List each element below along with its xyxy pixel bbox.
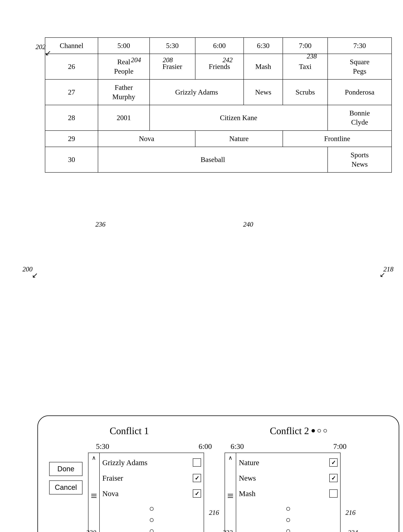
item-grizzly-adams: Grizzly Adams [102, 458, 147, 467]
list-item: Nature ✓ [239, 455, 338, 470]
table-row: 30 Baseball SportsNews [45, 147, 392, 172]
conflict1-more-dots [102, 501, 201, 532]
cancel-button[interactable]: Cancel [49, 481, 83, 494]
conflict1-time-end: 6:00 [199, 442, 212, 451]
item-mash: Mash [239, 489, 255, 498]
table-row: 27 FatherMurphy Grizzly Adams News Scrub… [45, 79, 392, 105]
col-500: 5:00 [98, 38, 150, 54]
conflict2-time-start: 6:30 [231, 442, 244, 451]
ref-236: 236 [95, 220, 105, 228]
conflict1-header: Conflict 1 [110, 425, 149, 436]
table-row: 26 RealPeople Frasier Friends Mash Taxi … [45, 54, 392, 79]
dot-indicator-4 [286, 507, 290, 511]
ref-216-right: 216 [345, 509, 356, 517]
checkbox-mash[interactable] [329, 489, 338, 498]
schedule-grid: Channel 5:00 5:30 6:00 6:30 7:00 7:30 26… [45, 37, 392, 173]
item-nature: Nature [239, 458, 259, 467]
ref-230: 230 [86, 529, 96, 532]
conflict2-scrollbar[interactable]: ∧ ∨ [225, 453, 236, 532]
show-sports-news: SportsNews [328, 147, 392, 172]
col-530: 5:30 [150, 38, 195, 54]
show-taxi: Taxi [283, 54, 328, 79]
done-button[interactable]: Done [49, 462, 83, 476]
ref-234: 234 [348, 529, 358, 532]
show-friends: Friends [195, 54, 244, 79]
dot-empty-icon-1 [318, 429, 321, 432]
show-nova: Nova [98, 131, 195, 147]
col-630: 6:30 [244, 38, 283, 54]
dot-indicator-1 [150, 507, 154, 511]
show-2001: 2001 [98, 105, 150, 131]
arrow-200: ↙ [32, 271, 38, 280]
list-item: News ✓ [239, 470, 338, 486]
ref-242: 242 [222, 56, 233, 64]
channel-29: 29 [45, 131, 98, 147]
list-item: Nova ✓ [102, 486, 201, 501]
show-ponderosa: Ponderosa [328, 79, 392, 105]
show-baseball: Baseball [98, 147, 328, 172]
dot-filled-icon [312, 429, 315, 432]
ref-240: 240 [243, 220, 253, 228]
channel-26: 26 [45, 54, 98, 79]
ref-238: 238 [307, 52, 317, 60]
scroll-grip-1[interactable] [91, 494, 97, 498]
conflict2-header: Conflict 2 [270, 425, 327, 436]
item-nova: Nova [102, 489, 118, 498]
show-scrubs: Scrubs [283, 79, 328, 105]
list-item: Grizzly Adams [102, 455, 201, 470]
scroll-grip-2[interactable] [228, 494, 233, 498]
channel-30: 30 [45, 147, 98, 172]
scroll-up-arrow-2[interactable]: ∧ [228, 455, 233, 461]
checkbox-nature[interactable]: ✓ [329, 458, 338, 467]
item-fraiser: Fraiser [102, 474, 123, 482]
show-real-people: RealPeople [98, 54, 150, 79]
checkbox-news[interactable]: ✓ [329, 474, 338, 482]
dot-empty-icon-2 [324, 429, 327, 432]
conflict1-items: Grizzly Adams Fraiser ✓ Nova ✓ [100, 453, 204, 532]
ref-216-left: 216 [209, 509, 219, 517]
col-700: 7:00 [283, 38, 328, 54]
dot-indicator-6 [286, 529, 290, 532]
dot-indicator-2 [150, 518, 154, 522]
arrow-202: ↙ [45, 49, 51, 57]
conflict2-time-end: 7:00 [333, 442, 346, 451]
channel-27: 27 [45, 79, 98, 105]
table-row: 29 Nova Nature Frontline [45, 131, 392, 147]
checkbox-grizzly-adams[interactable] [193, 458, 201, 467]
conflict2-panel: ∧ ∨ Nature ✓ [225, 453, 341, 532]
checkbox-fraiser[interactable]: ✓ [193, 474, 201, 482]
conflict1-panel: ∧ ∨ Grizzly Adams [88, 453, 204, 532]
show-frontline: Frontline [283, 131, 392, 147]
dot-indicator-5 [286, 518, 290, 522]
ref-204: 204 [131, 56, 141, 64]
channel-28: 28 [45, 105, 98, 131]
show-square-pegs: SquarePegs [328, 54, 392, 79]
scroll-up-arrow-1[interactable]: ∧ [92, 455, 96, 461]
table-row: 28 2001 Citizen Kane BonnieClyde [45, 105, 392, 131]
list-item: Mash [239, 486, 338, 501]
conflict2-items: Nature ✓ News ✓ Mash [236, 453, 340, 532]
ref-200: 200 [22, 265, 32, 273]
ref-208: 208 [163, 56, 173, 64]
conflict1-scrollbar[interactable]: ∧ ∨ [88, 453, 100, 532]
item-news: News [239, 474, 256, 482]
conflict2-more-dots [239, 501, 338, 532]
checkbox-nova[interactable]: ✓ [193, 489, 201, 498]
ref-232: 232 [222, 529, 233, 532]
col-600: 6:00 [195, 38, 244, 54]
show-nature: Nature [195, 131, 283, 147]
conflict1-time-start: 5:30 [96, 442, 109, 451]
show-citizen-kane: Citizen Kane [150, 105, 328, 131]
show-mash: Mash [244, 54, 283, 79]
conflict-dialog: Conflict 1 Conflict 2 5:30 6:00 6:30 7:0… [37, 415, 399, 532]
show-grizzly-adams: Grizzly Adams [150, 79, 244, 105]
col-channel: Channel [45, 38, 98, 54]
arrow-218: ↙ [380, 271, 385, 279]
show-news-27: News [244, 79, 283, 105]
list-item: Fraiser ✓ [102, 470, 201, 486]
col-730: 7:30 [328, 38, 392, 54]
ref-202: 202 [36, 43, 46, 51]
show-father-murphy: FatherMurphy [98, 79, 150, 105]
show-bonnie-clyde: BonnieClyde [328, 105, 392, 131]
dot-indicator-3 [150, 529, 154, 532]
